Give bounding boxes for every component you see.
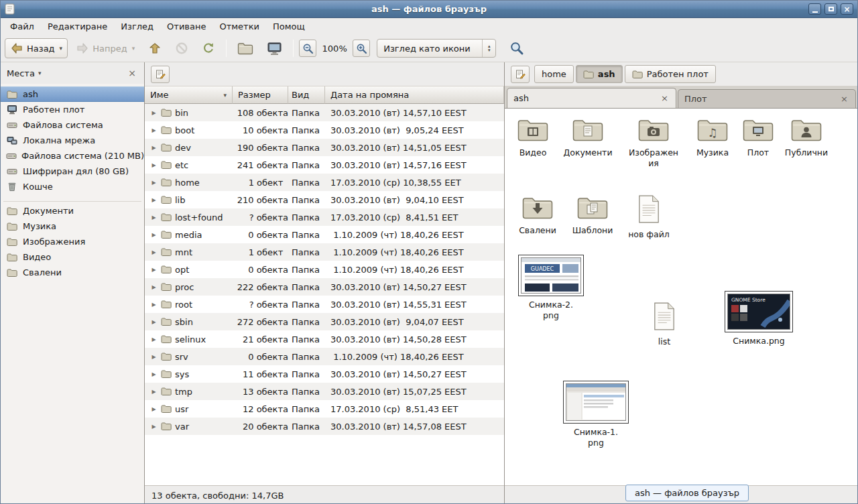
column-header-name[interactable]: Име▾ [145,86,233,104]
location-toggle-button[interactable] [151,66,170,83]
table-row[interactable]: ▶lib210обектаПапка30.03.2010 (вт) 9,04,1… [145,191,504,208]
expander-icon[interactable]: ▶ [150,145,158,151]
folder-item[interactable]: Публични [781,117,832,158]
menubar-item[interactable]: Редактиране [41,19,114,34]
zoom-in-button[interactable] [353,40,370,57]
table-row[interactable]: ▶tmp13обектаПапка30.03.2010 (вт) 15,07,2… [145,383,504,400]
expander-icon[interactable]: ▶ [150,110,158,116]
column-header-date[interactable]: Дата на промяна [325,86,504,104]
expander-icon[interactable]: ▶ [150,197,158,203]
computer-button[interactable] [261,38,288,58]
expander-icon[interactable]: ▶ [150,232,158,238]
minimize-button[interactable] [808,3,821,15]
menubar-item[interactable]: Помощ [266,19,312,34]
close-button[interactable]: × [841,3,853,15]
tab[interactable]: Плот× [678,89,856,108]
home-button[interactable] [232,38,259,58]
folder-item[interactable]: Изображен ия [628,117,679,168]
expander-icon[interactable]: ▶ [150,180,158,186]
expander-icon[interactable]: ▶ [150,214,158,220]
zoom-out-button[interactable] [299,40,316,57]
expander-icon[interactable]: ▶ [150,249,158,255]
folder-item[interactable]: Свалени [512,194,563,236]
table-row[interactable]: ▶sys11обектаПапка30.03.2010 (вт) 14,50,2… [145,365,504,383]
column-header-type[interactable]: Вид [288,86,325,104]
table-row[interactable]: ▶srv0обектаПапка 1.10.2009 (чт) 18,40,26… [145,348,504,365]
sidebar-item[interactable]: Файлова система (210 MB) [1,148,144,164]
table-row[interactable]: ▶home1обектПапка17.03.2010 (ср) 10,38,55… [145,174,504,191]
expander-icon[interactable]: ▶ [150,424,158,430]
sidebar-item[interactable]: Кошче [1,179,144,194]
menubar-item[interactable]: Отиване [160,19,212,34]
table-row[interactable]: ▶lost+found?обектаПапка17.03.2010 (ср) 8… [145,208,504,226]
sidebar-item[interactable]: Работен плот [1,102,144,117]
sidebar-item[interactable]: Музика [1,218,144,234]
tab[interactable]: ash× [507,88,676,108]
stop-button[interactable] [170,38,194,58]
table-row[interactable]: ▶sbin272обектаПапка30.03.2010 (вт) 9,04,… [145,313,504,330]
table-row[interactable]: ▶media0обектаПапка 1.10.2009 (чт) 18,40,… [145,226,504,243]
view-mode-select[interactable]: Изглед като икони ▴▾ [377,39,496,58]
expander-icon[interactable]: ▶ [150,319,158,325]
sidebar-item[interactable]: Локална мрежа [1,133,144,148]
expander-icon[interactable]: ▶ [150,162,158,168]
menubar-item[interactable]: Файл [3,19,41,34]
expander-icon[interactable]: ▶ [150,127,158,133]
folder-item[interactable]: Шаблони [567,194,618,236]
table-row[interactable]: ▶bin108обектаПапка30.03.2010 (вт) 14,57,… [145,104,504,121]
places-caret-icon[interactable]: ▾ [38,70,42,76]
search-button[interactable] [504,38,530,58]
expander-icon[interactable]: ▶ [150,354,158,360]
table-row[interactable]: ▶boot10обектаПапка30.03.2010 (вт) 9,05,2… [145,121,504,139]
expander-icon[interactable]: ▶ [150,406,158,412]
expander-icon[interactable]: ▶ [150,267,158,273]
forward-button[interactable]: Напред ▾ [70,38,140,58]
menubar-item[interactable]: Изглед [114,19,160,34]
icon-view[interactable]: ВидеоДокументиИзображен ия♫МузикаПлотПуб… [505,109,857,485]
sidebar-item[interactable]: Свалени [1,265,144,280]
file-item[interactable]: list [639,302,690,347]
zoom-level[interactable]: 100% [319,44,350,54]
sidebar-item[interactable]: Видео [1,249,144,265]
sidebar-item[interactable]: Шифриран дял (80 GB) [1,164,144,179]
sidebar-item[interactable]: Файлова система [1,117,144,133]
breadcrumb-button[interactable]: ash [576,65,623,83]
sidebar-item[interactable]: Документи [1,203,144,218]
sidebar-close-icon[interactable]: × [126,68,138,78]
breadcrumb-button[interactable]: Работен плот [625,65,716,83]
back-history-caret-icon[interactable]: ▾ [60,45,63,52]
image-file-item[interactable]: GNOME StoreСнимка.png [724,291,794,346]
tab-close-icon[interactable]: × [660,94,670,103]
places-title[interactable]: Места [7,68,35,78]
tab-close-icon[interactable]: × [839,94,849,103]
table-row[interactable]: ▶root?обектаПапка30.03.2010 (вт) 14,55,3… [145,296,504,313]
expander-icon[interactable]: ▶ [150,302,158,308]
column-header-size[interactable]: Размер [233,86,288,104]
folder-item[interactable]: ♫Музика [687,117,738,158]
table-row[interactable]: ▶selinux21обектаПапка30.03.2010 (вт) 14,… [145,330,504,348]
folder-item[interactable]: Плот [733,117,784,158]
menubar-item[interactable]: Отметки [212,19,265,34]
table-row[interactable]: ▶dev190обектаПапка30.03.2010 (вт) 14,51,… [145,139,504,156]
breadcrumb-button[interactable]: home [534,65,574,83]
image-file-item[interactable]: Снимка-1. png [561,381,631,448]
back-button[interactable]: Назад ▾ [5,38,68,58]
image-file-item[interactable]: GUADECСнимка-2. png [516,255,586,320]
file-item[interactable]: нов файл [623,194,674,240]
location-toggle-button[interactable] [511,66,530,83]
table-row[interactable]: ▶var20обектаПапка30.03.2010 (вт) 14,57,0… [145,418,504,435]
table-row[interactable]: ▶mnt1обектПапка 1.10.2009 (чт) 18,40,26 … [145,243,504,261]
expander-icon[interactable]: ▶ [150,389,158,395]
expander-icon[interactable]: ▶ [150,336,158,342]
folder-item[interactable]: Документи [562,117,613,158]
table-row[interactable]: ▶proc222обектаПапка30.03.2010 (вт) 14,50… [145,278,504,296]
sidebar-item[interactable]: ash [1,86,144,102]
table-row[interactable]: ▶etc241обектаПапка30.03.2010 (вт) 14,57,… [145,156,504,174]
titlebar[interactable]: ash — файлов браузър × [1,1,857,18]
expander-icon[interactable]: ▶ [150,284,158,290]
sidebar-item[interactable]: Изображения [1,234,144,249]
up-button[interactable] [143,38,167,58]
table-row[interactable]: ▶usr12обектаПапка17.03.2010 (ср) 8,51,43… [145,400,504,418]
folder-item[interactable]: Видео [507,117,558,158]
table-row[interactable]: ▶opt0обектаПапка 1.10.2009 (чт) 18,40,26… [145,261,504,278]
